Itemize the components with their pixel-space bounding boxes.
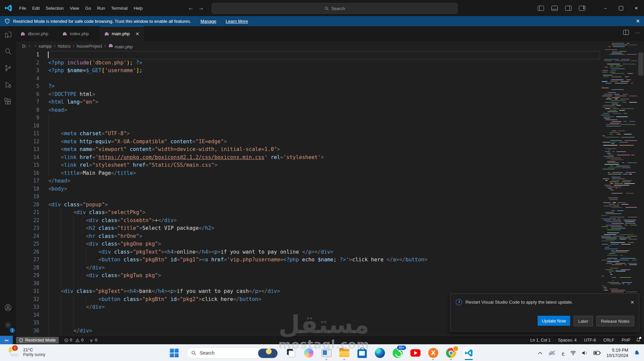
menu-selection[interactable]: Selection [43, 4, 66, 12]
code-line-16[interactable]: 16 <title>Main Page</title> [16, 169, 600, 177]
copilot-button[interactable] [303, 347, 314, 359]
code-line-28[interactable]: 28 </div> [16, 264, 600, 272]
split-editor-icon[interactable] [623, 30, 629, 35]
start-button[interactable] [168, 347, 180, 359]
breadcrumb-item-htdocs[interactable]: htdocs [58, 44, 70, 49]
eol[interactable]: CRLF [600, 338, 618, 343]
notification-center-bell[interactable] [634, 350, 640, 356]
edge-button[interactable] [374, 347, 386, 359]
code-line-3[interactable]: 3<?php $name=$_GET['username']; [16, 67, 600, 75]
code-line-9[interactable]: 9 [16, 114, 600, 122]
code-line-5[interactable]: 5?> [16, 83, 600, 91]
xampp-button[interactable]: X [428, 347, 439, 359]
menu-go[interactable]: Go [82, 4, 94, 12]
code-line-8[interactable]: 8<head> [16, 106, 600, 114]
more-actions-icon[interactable]: ··· [635, 30, 640, 35]
file-explorer-button[interactable] [339, 347, 350, 359]
tab-main.php[interactable]: main.php✕ [100, 26, 144, 41]
tab-dbcon.php[interactable]: dbcon.php [16, 26, 58, 41]
search-sidebar-icon[interactable] [0, 43, 16, 60]
explorer-icon[interactable] [0, 26, 16, 43]
breadcrumb[interactable]: D:››xampp›htdocs›houseProject› main.php [16, 41, 600, 51]
taskbar-clock[interactable]: 5:19 PM 10/17/2024 [606, 348, 628, 358]
later-button[interactable]: Later [574, 316, 593, 326]
speaker-icon[interactable] [582, 351, 588, 355]
breadcrumb-item-main.php[interactable]: main.php [108, 43, 133, 49]
code-line-1[interactable]: 1 [16, 51, 600, 59]
onedrive-icon[interactable] [548, 350, 556, 356]
breadcrumb-item-D:[interactable]: D: [22, 44, 27, 49]
minimize-button[interactable]: – [598, 0, 613, 16]
indentation[interactable]: Spaces: 4 [554, 338, 581, 343]
breadcrumb-item-houseProject[interactable]: houseProject [77, 44, 102, 49]
code-editor[interactable]: 12<?php include('dbcon.php'); ?>3<?php $… [16, 51, 600, 336]
wifi-icon[interactable] [570, 351, 576, 355]
minimap[interactable] [600, 42, 637, 336]
menu-terminal[interactable]: Terminal [108, 4, 131, 12]
code-line-11[interactable]: 11 <meta charset="UTF-8"> [16, 130, 600, 138]
code-line-25[interactable]: 25 <div class="pkgOne pkg"> [16, 240, 600, 248]
update-now-button[interactable]: Update Now [538, 316, 571, 326]
customize-layout-icon[interactable] [579, 6, 585, 11]
banner-link-learn-more[interactable]: Learn More [226, 19, 248, 24]
release-notes-button[interactable]: Release Notes [596, 316, 634, 326]
code-line-21[interactable]: 21 <div class="selectPkg"> [16, 209, 600, 217]
task-view-button[interactable] [285, 347, 297, 359]
code-line-23[interactable]: 23 <h2 class="title">Select VIP package<… [16, 224, 600, 233]
remote-indicator[interactable]: >< [0, 336, 13, 345]
toggle-primary-sidebar-icon[interactable] [538, 6, 544, 11]
youtube-button[interactable] [410, 347, 421, 359]
cursor-position[interactable]: Ln 1, Col 1 [527, 338, 554, 343]
restricted-mode-status[interactable]: Restricted Mode [16, 337, 59, 344]
encoding[interactable]: UTF-8 [580, 338, 599, 343]
bing-daily-image[interactable] [258, 349, 278, 358]
code-line-13[interactable]: 13 <meta name="viewport" content="width=… [16, 146, 600, 154]
code-line-24[interactable]: 24 <hr class="hrOne"> [16, 233, 600, 241]
code-line-26[interactable]: 26 <div class="pkgText"><h4>online</h4><… [16, 248, 600, 256]
menu-view[interactable]: View [67, 4, 82, 12]
code-line-7[interactable]: 7<html lang="en"> [16, 98, 600, 106]
run-debug-icon[interactable] [0, 76, 16, 93]
problems-indicator[interactable]: 0 0 [64, 338, 84, 343]
code-line-27[interactable]: 27 <button class="pkgBtn" id="pkg1"><a h… [16, 256, 600, 264]
whatsapp-button[interactable]: 99+ [392, 347, 403, 359]
maximize-button[interactable] [613, 0, 629, 16]
menu-edit[interactable]: Edit [29, 4, 43, 12]
notification-close-icon[interactable]: ✕ [630, 300, 634, 305]
ports-indicator[interactable]: 0 [89, 338, 97, 343]
tray-chevron-icon[interactable] [538, 352, 542, 355]
notifications-bell[interactable] [636, 338, 641, 343]
settings-gear-icon[interactable]: 1 [0, 317, 16, 333]
command-center-search[interactable]: Search [212, 3, 458, 14]
weather-widget[interactable]: 1 21°C Partly sunny [8, 346, 45, 358]
breadcrumb-item-xampp[interactable]: xampp [39, 44, 52, 49]
code-line-10[interactable]: 10 [16, 122, 600, 130]
extensions-icon[interactable] [0, 93, 16, 110]
vscode-button[interactable] [463, 347, 475, 359]
toggle-secondary-sidebar-icon[interactable] [565, 6, 572, 11]
banner-close-icon[interactable]: ✕ [636, 18, 640, 24]
forward-arrow-icon[interactable]: → [198, 5, 204, 11]
code-line-20[interactable]: 20<div class="popup"> [16, 201, 600, 209]
menu-help[interactable]: Help [131, 4, 146, 12]
menu-run[interactable]: Run [94, 4, 108, 12]
menu-file[interactable]: File [16, 4, 29, 12]
code-line-17[interactable]: 17</head> [16, 177, 600, 185]
banner-link-manage[interactable]: Manage [200, 19, 216, 24]
code-line-30[interactable]: 30 [16, 280, 600, 288]
battery-icon[interactable] [593, 351, 601, 355]
code-line-2[interactable]: 2<?php include('dbcon.php'); ?> [16, 59, 600, 67]
tab-close-icon[interactable]: ✕ [135, 31, 139, 37]
app-window-button[interactable] [321, 347, 332, 359]
code-line-14[interactable]: 14 <link href='https://unpkg.com/boxicon… [16, 154, 600, 162]
chrome-button[interactable] [445, 347, 457, 359]
code-line-4[interactable]: 4 [16, 75, 600, 83]
editor-scrollbar-thumb[interactable] [638, 53, 643, 75]
source-control-icon[interactable] [0, 60, 16, 76]
code-line-6[interactable]: 6<!DOCTYPE html> [16, 91, 600, 99]
code-line-22[interactable]: 22 <div class="closebtn">+</div> [16, 217, 600, 225]
code-line-15[interactable]: 15 <link rel="stylesheet" href="Static/C… [16, 161, 600, 169]
toggle-panel-icon[interactable] [551, 6, 558, 11]
code-line-19[interactable]: 19 [16, 193, 600, 201]
taskbar-search[interactable]: Search [186, 347, 279, 359]
